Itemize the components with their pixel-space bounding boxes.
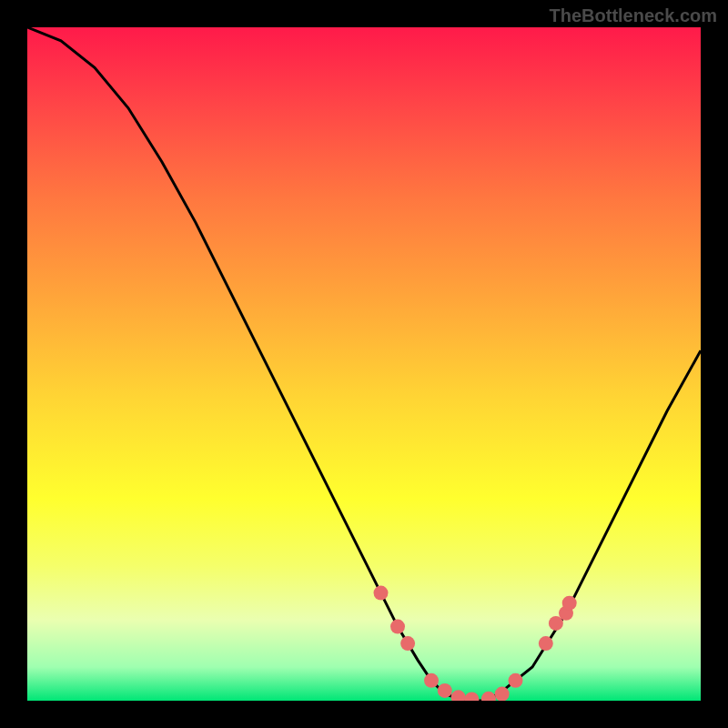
datapoint xyxy=(390,620,405,634)
datapoint xyxy=(495,687,510,701)
datapoints xyxy=(374,586,577,701)
attribution-label: TheBottleneck.com xyxy=(550,5,717,26)
datapoint xyxy=(562,596,577,611)
chart-frame: TheBottleneck.com xyxy=(0,0,728,728)
datapoint xyxy=(451,690,466,701)
datapoint xyxy=(509,673,523,688)
chart-svg xyxy=(27,27,701,701)
datapoint xyxy=(539,636,553,651)
datapoint xyxy=(424,673,439,688)
bottleneck-curve xyxy=(27,27,701,701)
curve-line xyxy=(27,27,701,701)
plot-area xyxy=(27,27,701,701)
datapoint xyxy=(438,683,452,698)
datapoint xyxy=(481,692,496,701)
datapoint xyxy=(400,636,415,651)
datapoint xyxy=(374,586,389,601)
datapoint xyxy=(464,693,479,702)
